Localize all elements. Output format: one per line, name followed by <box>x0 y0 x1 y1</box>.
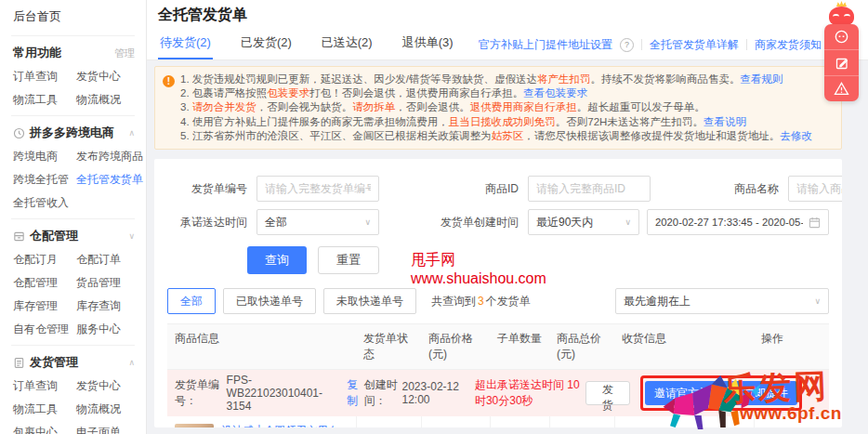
column-header: 子单数量 <box>490 324 549 369</box>
view-explanation-link[interactable]: 查看说明 <box>704 116 746 127</box>
sidebar-item[interactable]: 仓配订月 <box>13 252 76 268</box>
filter-all-button[interactable]: 全部 <box>167 288 216 314</box>
go-modify-link[interactable]: 去修改 <box>780 130 812 141</box>
sidebar-item[interactable]: 自有仓管理 <box>13 322 76 337</box>
product-name-input[interactable] <box>788 176 842 202</box>
result-count: 3 <box>478 295 484 308</box>
tab-delivered[interactable]: 已送达(2) <box>320 30 375 59</box>
filter-tracking-taken-button[interactable]: 已取快递单号 <box>223 288 316 314</box>
sidebar-item[interactable]: 服务中心 <box>76 322 121 337</box>
page-title: 全托管发货单 <box>147 6 868 25</box>
mascot-bird-icon[interactable] <box>824 1 859 26</box>
page: { "sidebar": { "home": "后台首页", "groups":… <box>0 0 868 434</box>
sidebar-item[interactable]: 电子面单 <box>76 425 121 434</box>
divider <box>746 39 747 50</box>
sidebar-item[interactable]: 跨境电商 <box>13 149 76 164</box>
sidebar-group-warehouse[interactable]: 仓配管理 ∨ <box>0 223 146 248</box>
divider <box>11 35 135 36</box>
column-header: 发货单状态 <box>356 324 421 369</box>
notice-banner: ! 1. 发货违规处罚规则已更新，延迟送达、因少发/错货等导致缺货、虚假送达将产… <box>154 66 842 150</box>
sidebar-item[interactable]: 跨境全托管 <box>13 172 76 188</box>
sidebar-item-home[interactable]: 后台首页 <box>0 6 146 32</box>
chevron-up-icon: ∧ <box>128 128 135 138</box>
column-header: 商品价格(元) <box>421 324 490 369</box>
sidebar-item[interactable]: 货品管理 <box>76 275 121 291</box>
sidebar-item[interactable]: 订单查询 <box>13 378 76 394</box>
sidebar-item[interactable]: 发货中心 <box>76 378 121 394</box>
sidebar-item[interactable]: 发货中心 <box>76 69 121 85</box>
tab-shipped[interactable]: 已发货(2) <box>239 30 294 59</box>
notice-line: 4. 使用官方补贴上门提件服务的商家无需承担物流费用，且当日揽收成功则免罚。否则… <box>180 115 832 129</box>
group-title: 仓配管理 <box>30 228 78 244</box>
view-rules-link[interactable]: 查看规则 <box>740 73 783 85</box>
create-time-select[interactable]: 最近90天内 ∨ <box>528 209 639 235</box>
floating-help-widget <box>824 1 859 101</box>
feedback-button[interactable] <box>824 50 859 76</box>
sidebar-item[interactable]: 订单查询 <box>13 69 76 85</box>
sidebar-item[interactable]: 物流概况 <box>76 401 121 417</box>
reset-button[interactable]: 重置 <box>318 246 379 274</box>
sidebar-item[interactable]: 物流工具 <box>13 401 76 417</box>
document-icon <box>13 357 25 369</box>
customer-service-icon <box>834 29 849 45</box>
product-thumbnail[interactable] <box>175 424 214 427</box>
sidebar-row: 全托管收入 <box>0 191 146 215</box>
eye-icon <box>833 14 839 20</box>
sidebar-row: 自有仓管理 服务中心 <box>0 318 146 341</box>
sidebar-item[interactable]: 库存管理 <box>13 298 76 314</box>
sidebar-group-common[interactable]: 常用功能 管理 <box>0 40 146 65</box>
product-id-input[interactable] <box>528 176 651 202</box>
sidebar-item[interactable]: 发布跨境商品 <box>76 149 143 164</box>
sidebar-item-fulfillment-orders-active[interactable]: 全托管发货单 <box>76 172 143 188</box>
view-detail-link[interactable]: 查看详情 <box>762 426 807 427</box>
sidebar-item[interactable]: 物流工具 <box>13 92 76 108</box>
sidebar: 后台首页 常用功能 管理 订单查询 发货中心 物流工具 物流概况 拼多多跨境电商… <box>0 0 147 434</box>
date-range-input[interactable] <box>655 217 803 228</box>
sidebar-item[interactable]: 物流概况 <box>76 92 121 108</box>
search-button[interactable]: 查询 <box>247 246 307 274</box>
sidebar-item[interactable]: 库存查询 <box>76 298 121 314</box>
view-packaging-link[interactable]: 查看包装要求 <box>523 87 587 99</box>
shipping-notice-link[interactable]: 商家发货须知 <box>755 37 822 53</box>
invite-official-pickup-button[interactable]: 邀请官方补贴快递立即提件 <box>645 381 797 405</box>
manage-link[interactable]: 管理 <box>114 46 135 60</box>
sidebar-row: 仓配管理 货品管理 <box>0 271 146 295</box>
sidebar-item[interactable]: 包裹中心 <box>13 425 76 434</box>
chevron-up-icon: ∧ <box>128 358 135 367</box>
annotation-highlight-box: 邀请官方补贴快递立即提件 <box>645 381 797 405</box>
copy-link[interactable]: 复制 <box>347 377 364 409</box>
sidebar-row: 跨境全托管 全托管发货单 <box>0 168 146 191</box>
sort-select[interactable]: 最先逾期在上 ∨ <box>615 288 829 314</box>
question-circle-icon[interactable]: ? <box>620 38 634 52</box>
group-title: 发货管理 <box>30 354 78 371</box>
help-panel <box>824 24 859 101</box>
tab-returned[interactable]: 退供单(3) <box>401 30 455 59</box>
filter-tracking-untaken-button[interactable]: 未取快递单号 <box>323 288 416 314</box>
order-no-input[interactable] <box>256 176 379 202</box>
chevron-down-icon: ∨ <box>364 217 371 227</box>
divider <box>11 218 135 219</box>
content: ! 1. 发货违规处罚规则已更新，延迟送达、因少发/错货等导致缺货、虚假送达将产… <box>147 60 868 427</box>
promise-time-select[interactable]: 全部 ∨ <box>256 209 379 235</box>
ship-button[interactable]: 发货 <box>585 381 630 405</box>
sidebar-item[interactable]: 仓配订单 <box>76 252 121 268</box>
order-no-label: 发货单编号 <box>167 181 256 197</box>
pickup-address-settings-link[interactable]: 官方补贴上门提件地址设置 <box>479 37 612 53</box>
order-guide-link[interactable]: 全托管发货单详解 <box>650 37 739 53</box>
customer-service-button[interactable] <box>824 24 859 50</box>
sidebar-group-crossborder[interactable]: 拼多多跨境电商 ∧ <box>0 120 146 145</box>
quantity-cell: 4 每件商品需独立包装 <box>490 416 549 427</box>
product-title-link[interactable]: 设计感小众圆领卫衣男女情侣宽松休闲 <box>221 424 349 427</box>
search-form-row-2: 承诺送达时间 全部 ∨ 发货单创建时间 最近90天内 ∨ <box>167 209 829 235</box>
report-button[interactable] <box>824 76 859 101</box>
date-range-picker[interactable] <box>647 209 829 235</box>
chevron-down-icon: ∨ <box>625 217 631 227</box>
group-title: 拼多多跨境电商 <box>30 125 114 141</box>
sidebar-item[interactable]: 仓配管理 <box>13 275 76 291</box>
tab-pending[interactable]: 待发货(2) <box>158 30 213 59</box>
sidebar-group-shipping[interactable]: 发货管理 ∧ <box>0 349 146 375</box>
sidebar-item[interactable]: 全托管收入 <box>13 195 76 211</box>
page-header: 全托管发货单 待发货(2) 已发货(2) 已送达(2) 退供单(3) 官方补贴上… <box>147 0 868 60</box>
edit-icon <box>835 56 849 71</box>
clock-icon <box>13 127 25 139</box>
